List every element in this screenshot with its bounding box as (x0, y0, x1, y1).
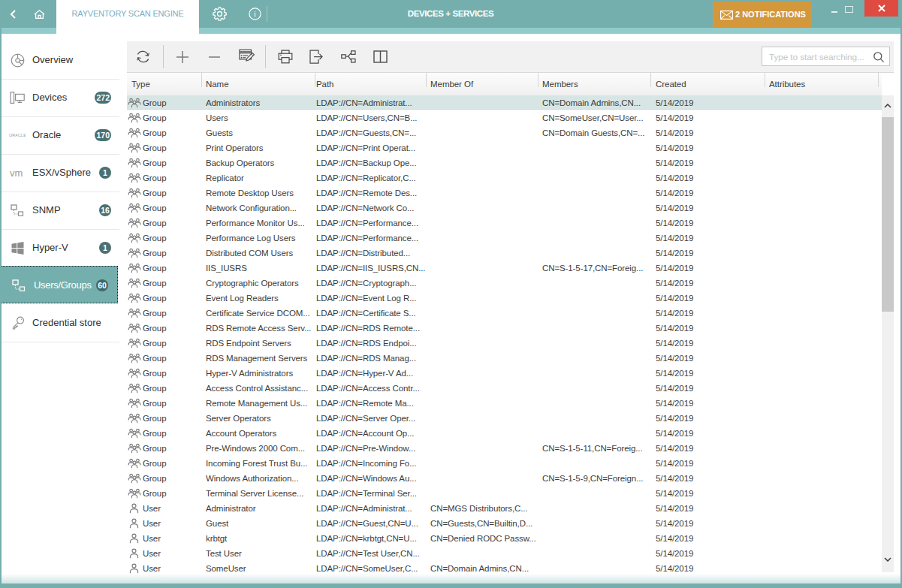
svg-text:i: i (254, 10, 256, 18)
svg-text:vm: vm (10, 169, 23, 177)
svg-text:ORACLE: ORACLE (9, 133, 26, 137)
